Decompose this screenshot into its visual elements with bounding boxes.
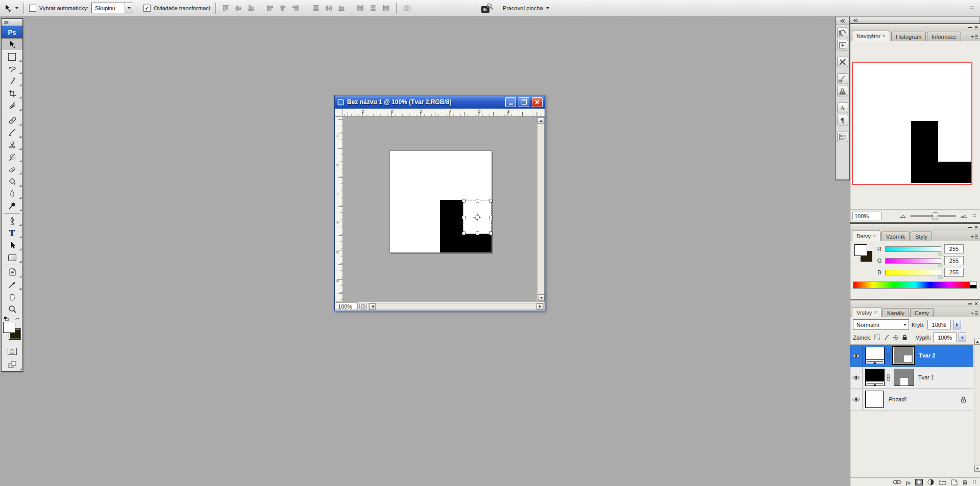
layers-scrollbar[interactable] — [974, 339, 980, 472]
adjustment-layer-icon[interactable] — [927, 479, 934, 485]
layer-comps-panel-icon[interactable] — [837, 132, 848, 142]
bridge-icon[interactable]: Br — [481, 3, 494, 13]
tab-vzornik[interactable]: Vzorník — [881, 232, 910, 241]
align-vcenter-icon[interactable] — [234, 3, 243, 13]
tools-palette-header[interactable] — [2, 19, 22, 26]
tool-hand[interactable] — [2, 291, 22, 303]
panel-menu-icon[interactable] — [970, 34, 978, 39]
paragraph-panel-icon[interactable]: ¶ — [837, 115, 848, 125]
green-value-field[interactable]: 255 — [944, 256, 964, 265]
tool-eyedropper[interactable] — [2, 278, 22, 291]
auto-select-checkbox[interactable] — [29, 5, 36, 12]
transform-handle[interactable] — [476, 232, 479, 235]
tool-dodge[interactable] — [2, 200, 22, 212]
distribute-top-icon[interactable] — [311, 3, 321, 13]
opacity-field[interactable]: 100% — [927, 320, 951, 329]
tool-type[interactable]: T — [2, 227, 22, 239]
swap-colors-icon[interactable] — [15, 316, 21, 321]
tool-path-select[interactable] — [2, 239, 22, 251]
tab-barvy[interactable]: Barvy× — [852, 231, 880, 241]
tool-clone-stamp[interactable] — [2, 139, 22, 151]
panel-close-icon[interactable]: × — [975, 301, 978, 306]
visibility-toggle[interactable] — [850, 389, 863, 410]
quick-mask-button[interactable] — [2, 345, 22, 358]
character-panel-icon[interactable]: A — [837, 103, 848, 113]
transform-bounding-box[interactable] — [463, 200, 492, 234]
tool-eraser[interactable] — [2, 163, 22, 175]
tool-preset-dropdown-icon[interactable] — [15, 7, 18, 9]
layer-name[interactable]: Tvar 1 — [918, 374, 934, 380]
actions-panel-icon[interactable] — [837, 40, 848, 50]
horizontal-scrollbar[interactable] — [369, 303, 544, 310]
panel-column-header[interactable] — [850, 17, 980, 23]
transform-handle[interactable] — [462, 232, 465, 235]
tool-healing-brush[interactable] — [2, 114, 22, 126]
tool-move[interactable] — [2, 38, 22, 50]
default-colors-icon[interactable] — [4, 316, 10, 321]
tab-informace[interactable]: Informace — [927, 32, 961, 41]
blue-value-field[interactable]: 255 — [944, 268, 964, 277]
panel-close-icon[interactable]: × — [975, 225, 978, 229]
tab-kanaly[interactable]: Kanály — [883, 308, 909, 317]
transform-controls-checkbox[interactable]: ✓ — [143, 5, 151, 12]
tool-lasso[interactable] — [2, 63, 22, 75]
move-tool-option-icon[interactable] — [3, 4, 12, 13]
tool-marquee[interactable] — [2, 50, 22, 63]
tab-vrstvy[interactable]: Vrstvy× — [852, 307, 881, 317]
tool-magic-wand[interactable] — [2, 75, 22, 87]
minimize-button[interactable] — [505, 97, 516, 107]
distribute-hcenter-icon[interactable] — [369, 3, 378, 13]
lock-all-icon[interactable] — [901, 334, 909, 341]
navigator-zoom-field[interactable]: 100% — [852, 212, 881, 220]
tool-paint-bucket[interactable] — [2, 175, 22, 188]
blue-slider[interactable] — [885, 270, 941, 275]
vector-mask-thumbnail[interactable] — [894, 369, 914, 386]
tool-history-brush[interactable] — [2, 151, 22, 163]
dock-strip-header[interactable] — [836, 17, 849, 24]
clone-source-panel-icon[interactable] — [837, 86, 848, 96]
history-panel-icon[interactable] — [837, 28, 848, 38]
layer-style-icon[interactable]: fx — [906, 479, 911, 485]
lock-transparency-icon[interactable] — [874, 334, 881, 341]
ruler-left[interactable]: 2 0 2 4 6 8 — [335, 117, 343, 301]
fill-field[interactable]: 100% — [933, 332, 957, 342]
blend-mode-combo[interactable]: Normální — [853, 319, 909, 330]
layer-name[interactable]: Tvar 2 — [919, 352, 935, 359]
layer-row-tvar2[interactable]: Tvar 2 — [850, 345, 973, 367]
delete-layer-icon[interactable] — [962, 479, 968, 485]
align-left-icon[interactable] — [265, 3, 275, 13]
panel-menu-icon[interactable] — [970, 311, 978, 316]
tool-slice[interactable] — [2, 99, 22, 112]
distribute-right-icon[interactable] — [381, 3, 391, 13]
tab-styly[interactable]: Styly — [911, 232, 932, 241]
screen-mode-button[interactable] — [2, 358, 22, 371]
document-titlebar[interactable]: Bez názvu 1 @ 100% (Tvar 2,RGB/8) — [335, 95, 545, 109]
tab-navigator[interactable]: Navigátor× — [852, 31, 890, 41]
navigator-proxy-preview[interactable] — [852, 62, 972, 185]
tool-shape[interactable] — [2, 251, 22, 264]
distribute-vcenter-icon[interactable] — [324, 3, 334, 13]
add-mask-icon[interactable] — [915, 479, 923, 485]
layer-thumbnail[interactable] — [865, 391, 884, 408]
visibility-toggle[interactable] — [850, 367, 863, 388]
vector-mask-thumbnail-selected[interactable] — [892, 346, 915, 365]
align-right-icon[interactable] — [291, 3, 301, 13]
workspace-dropdown-icon[interactable] — [546, 7, 549, 9]
close-button[interactable] — [532, 97, 543, 107]
tool-blur[interactable] — [2, 188, 22, 200]
navigator-zoom-slider[interactable] — [910, 215, 956, 217]
fill-slider-button[interactable] — [959, 332, 966, 342]
panel-close-icon[interactable]: × — [975, 25, 978, 30]
brushes-panel-icon[interactable] — [837, 73, 848, 84]
align-hcenter-icon[interactable] — [278, 3, 288, 13]
ps-logo[interactable]: Ps — [2, 26, 22, 38]
tool-notes[interactable] — [2, 266, 22, 278]
tool-zoom[interactable] — [2, 303, 22, 315]
tab-cesty[interactable]: Cesty — [910, 308, 934, 317]
ruler-corner[interactable] — [335, 109, 343, 117]
panel-minimize-icon[interactable] — [968, 303, 972, 304]
distribute-bottom-icon[interactable] — [337, 3, 347, 13]
tool-pen[interactable] — [2, 215, 22, 227]
transform-handle[interactable] — [489, 199, 493, 202]
transform-handle[interactable] — [489, 216, 493, 219]
